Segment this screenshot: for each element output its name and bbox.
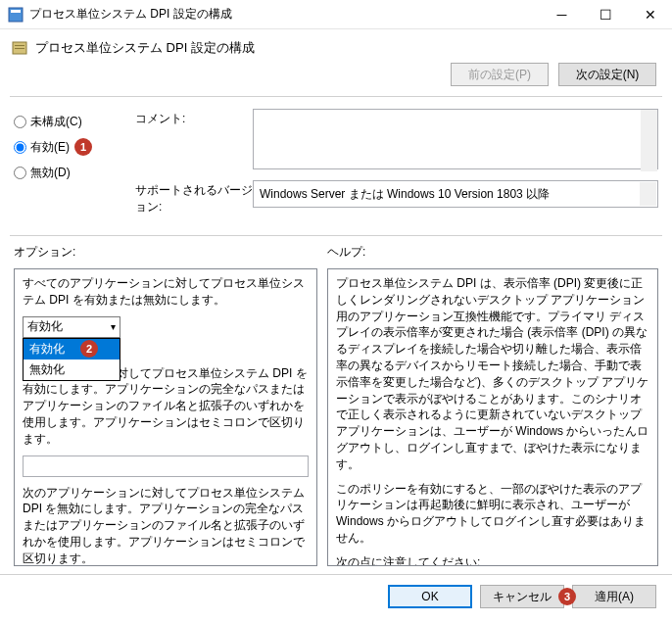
- radio-enabled-label: 有効(E): [30, 139, 70, 156]
- version-box: Windows Server または Windows 10 Version 18…: [253, 180, 658, 208]
- radio-enabled[interactable]: 有効(E) 1: [14, 134, 121, 160]
- comment-label: コメント:: [135, 109, 253, 172]
- divider: [10, 235, 662, 236]
- help-p1: プロセス単位システム DPI は、表示倍率 (DPI) 変更後に正しくレンダリン…: [336, 275, 649, 473]
- enable-dropdown[interactable]: 有効化 ▾ 有効化 2 無効化: [23, 316, 120, 338]
- scrollbar[interactable]: [640, 182, 656, 206]
- minimize-button[interactable]: ─: [540, 0, 584, 28]
- svg-rect-3: [15, 45, 24, 46]
- chevron-down-icon: ▾: [111, 321, 116, 332]
- dropdown-list: 有効化 2 無効化: [23, 338, 120, 381]
- options-section-label: オプション:: [14, 244, 327, 261]
- dropdown-item-enable[interactable]: 有効化 2: [24, 339, 120, 359]
- radio-not-configured-input[interactable]: [14, 116, 26, 128]
- comment-textarea[interactable]: [253, 109, 658, 169]
- version-value: Windows Server または Windows 10 Version 18…: [260, 186, 550, 203]
- prev-setting-button[interactable]: 前の設定(P): [451, 63, 549, 86]
- badge-3: 3: [558, 588, 576, 605]
- dropdown-item-disable[interactable]: 無効化: [24, 359, 120, 380]
- radio-disabled[interactable]: 無効(D): [14, 160, 121, 185]
- help-p2: このポリシーを有効にすると、一部のぼやけた表示のアプリケーションは再起動後に鮮明…: [336, 481, 649, 547]
- radio-enabled-input[interactable]: [14, 141, 26, 154]
- footer: OK キャンセル 3 適用(A): [0, 574, 672, 618]
- next-setting-button[interactable]: 次の設定(N): [558, 63, 656, 86]
- radio-disabled-label: 無効(D): [30, 165, 71, 181]
- close-button[interactable]: ✕: [628, 0, 672, 28]
- window-titlebar: プロセス単位システム DPI 設定の構成 ─ ☐ ✕: [0, 0, 672, 29]
- maximize-button[interactable]: ☐: [584, 0, 628, 28]
- svg-rect-1: [11, 10, 21, 13]
- divider: [10, 96, 662, 97]
- policy-icon: [12, 40, 27, 56]
- enable-apps-input[interactable]: [23, 455, 309, 477]
- badge-2: 2: [80, 340, 98, 358]
- apply-button[interactable]: 適用(A): [572, 585, 656, 608]
- options-panel: すべてのアプリケーションに対してプロセス単位システム DPI を有効または無効に…: [14, 268, 317, 566]
- options-desc3: 次のアプリケーションに対してプロセス単位システム DPI を無効にします。アプリ…: [23, 485, 309, 566]
- window-title: プロセス単位システム DPI 設定の構成: [29, 6, 540, 23]
- cancel-button[interactable]: キャンセル: [480, 585, 564, 608]
- header: プロセス単位システム DPI 設定の構成: [0, 29, 672, 65]
- options-desc1: すべてのアプリケーションに対してプロセス単位システム DPI を有効または無効に…: [23, 275, 309, 309]
- ok-button[interactable]: OK: [388, 585, 472, 608]
- dropdown-selected-text: 有効化: [27, 318, 63, 335]
- dropdown-item-label: 有効化: [29, 342, 65, 356]
- version-label: サポートされるバージョン:: [135, 180, 253, 216]
- help-p3: 次の点に注意してください:: [336, 554, 649, 566]
- scrollbar[interactable]: [641, 110, 657, 171]
- policy-title: プロセス単位システム DPI 設定の構成: [35, 39, 255, 57]
- badge-1: 1: [74, 138, 92, 156]
- radio-not-configured-label: 未構成(C): [30, 114, 82, 130]
- svg-rect-4: [15, 48, 24, 49]
- app-icon: [8, 7, 24, 23]
- help-section-label: ヘルプ:: [327, 244, 365, 261]
- radio-disabled-input[interactable]: [14, 167, 26, 179]
- radio-not-configured[interactable]: 未構成(C): [14, 109, 121, 134]
- help-panel: プロセス単位システム DPI は、表示倍率 (DPI) 変更後に正しくレンダリン…: [327, 268, 658, 566]
